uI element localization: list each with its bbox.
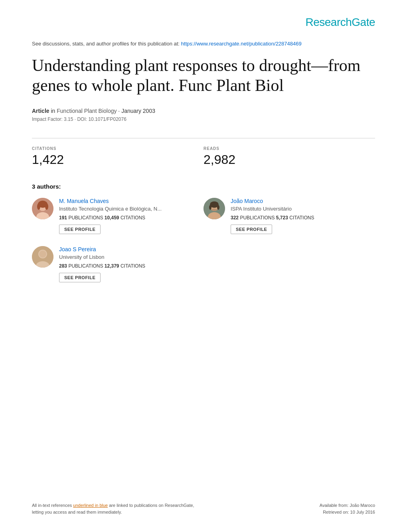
reads-value: 2,982 <box>204 152 375 167</box>
stats-row: CITATIONS 1,422 READS 2,982 <box>32 146 375 167</box>
author-info-maroco: João Maroco ISPA Instituto Universitário… <box>231 198 367 234</box>
author-institution-chaves: Instituto Tecnologia Quimica e Biológica… <box>59 206 196 212</box>
author-institution-maroco: ISPA Instituto Universitário <box>231 206 367 212</box>
pereira-pub-label: PUBLICATIONS <box>68 263 104 269</box>
author-name-maroco[interactable]: João Maroco <box>231 198 367 204</box>
author-stats-pereira: 283 PUBLICATIONS 12,379 CITATIONS <box>59 263 196 269</box>
article-date: January 2003 <box>121 108 155 114</box>
maroco-pub-count: 322 <box>231 215 239 221</box>
footer-available-from: Available from: João Maroco <box>320 503 375 508</box>
author-name-pereira[interactable]: Joao S Pereira <box>59 246 196 252</box>
footer: All in-text references underlined in blu… <box>32 502 375 516</box>
impact-factor-value: Impact Factor: 3.15 <box>32 116 73 122</box>
avatar-maroco <box>204 198 225 219</box>
chaves-cite-label: CITATIONS <box>121 215 145 221</box>
avatar-chaves <box>32 198 53 219</box>
maroco-cite-count: 5,723 <box>276 215 288 221</box>
avatar-pereira <box>32 246 53 268</box>
svg-point-6 <box>45 203 48 210</box>
see-profile-button-pereira[interactable]: SEE PROFILE <box>59 273 101 282</box>
footer-retrieved-on: Retrieved on: 10 July 2016 <box>323 510 375 514</box>
see-profile-button-chaves[interactable]: SEE PROFILE <box>59 225 101 234</box>
footer-right: Available from: João Maroco Retrieved on… <box>320 502 375 516</box>
article-separator: · <box>118 108 121 114</box>
svg-point-13 <box>211 209 217 211</box>
impact-factor-line: Impact Factor: 3.15 · DOI: 10.1071/FP020… <box>32 116 375 122</box>
chaves-cite-count: 10,459 <box>105 215 119 221</box>
author-stats-maroco: 322 PUBLICATIONS 5,723 CITATIONS <box>231 215 367 221</box>
citations-block: CITATIONS 1,422 <box>32 146 204 167</box>
footer-left-text2: are linked to publications on ResearchGa… <box>108 503 194 508</box>
reads-label: READS <box>204 146 375 151</box>
publication-link[interactable]: https://www.researchgate.net/publication… <box>181 41 302 47</box>
authors-grid: M. Manuela Chaves Instituto Tecnologia Q… <box>32 198 375 294</box>
article-meta: Article in Functional Plant Biology · Ja… <box>32 108 375 114</box>
intro-text: See discussions, stats, and author profi… <box>32 41 180 47</box>
see-profile-button-maroco[interactable]: SEE PROFILE <box>231 225 272 234</box>
maroco-cite-label: CITATIONS <box>289 215 314 221</box>
footer-left: All in-text references underlined in blu… <box>32 502 194 516</box>
citations-label: CITATIONS <box>32 146 204 151</box>
footer-underlined-link[interactable]: underlined in blue <box>73 503 108 508</box>
author-block-pereira: Joao S Pereira University of Lisbon 283 … <box>32 246 204 282</box>
header: ResearchGate <box>32 16 375 29</box>
author-block-chaves: M. Manuela Chaves Instituto Tecnologia Q… <box>32 198 204 234</box>
author-info-pereira: Joao S Pereira University of Lisbon 283 … <box>59 246 196 282</box>
maroco-pub-label: PUBLICATIONS <box>240 215 276 221</box>
article-type-label: Article <box>32 108 49 114</box>
doi-value: DOI: 10.1071/FP02076 <box>77 116 126 122</box>
authors-heading: 3 authors: <box>32 183 375 190</box>
reads-block: READS 2,982 <box>204 146 375 167</box>
citations-value: 1,422 <box>32 152 204 167</box>
paper-title: Understanding plant responses to drought… <box>32 55 375 96</box>
pereira-cite-count: 12,379 <box>105 263 119 269</box>
pereira-pub-count: 283 <box>59 263 67 269</box>
chaves-pub-count: 191 <box>59 215 67 221</box>
article-in-label: in <box>51 108 57 114</box>
top-divider <box>32 138 375 138</box>
chaves-pub-label: PUBLICATIONS <box>68 215 104 221</box>
researchgate-logo: ResearchGate <box>305 16 375 29</box>
svg-point-11 <box>209 205 211 210</box>
author-institution-pereira: University of Lisbon <box>59 254 196 260</box>
author-block-maroco: João Maroco ISPA Instituto Universitário… <box>204 198 375 234</box>
article-journal: Functional Plant Biology <box>57 108 117 114</box>
intro-line: See discussions, stats, and author profi… <box>32 41 375 47</box>
author-stats-chaves: 191 PUBLICATIONS 10,459 CITATIONS <box>59 215 196 221</box>
svg-point-17 <box>39 250 46 258</box>
svg-point-12 <box>217 205 219 210</box>
footer-left-text1: All in-text references <box>32 503 73 508</box>
author-name-chaves[interactable]: M. Manuela Chaves <box>59 198 196 204</box>
pereira-cite-label: CITATIONS <box>121 263 145 269</box>
svg-point-5 <box>37 203 40 210</box>
author-info-chaves: M. Manuela Chaves Instituto Tecnologia Q… <box>59 198 196 234</box>
footer-left-text3: letting you access and read them immedia… <box>32 510 122 514</box>
